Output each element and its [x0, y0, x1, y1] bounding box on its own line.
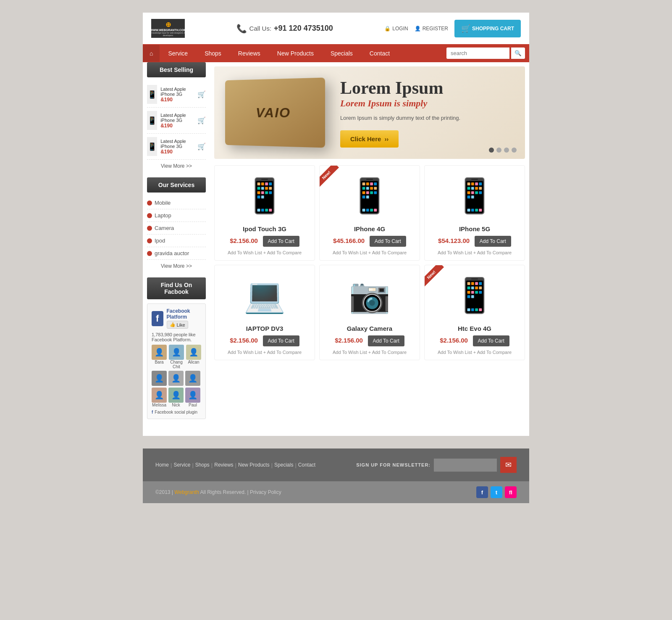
service-item-camera[interactable]: Camera: [147, 222, 206, 235]
avatar: 👤: [185, 388, 200, 403]
login-link[interactable]: 🔒 LOGIN: [384, 26, 408, 32]
brand-link[interactable]: Webgranth: [174, 489, 199, 495]
product-links: Add To Wish List + Add To Compare: [430, 250, 520, 255]
cart-button[interactable]: 🛒 SHOPPING CART: [454, 20, 521, 37]
footer-link-new-products[interactable]: New Products: [238, 462, 270, 468]
avatar-col: 👤 Alican: [186, 345, 201, 369]
avatar-name: Chang Chit: [168, 360, 184, 369]
best-selling-item: 📱 Latest Apple iPhone 3G &190 🛒: [147, 108, 206, 134]
service-label: Laptop: [155, 212, 171, 219]
avatar-col: 👤 Chang Chit: [168, 345, 184, 369]
footer-link-contact[interactable]: Contact: [298, 462, 315, 468]
footer-link-reviews[interactable]: Reviews: [214, 462, 233, 468]
service-label: gravida auctor: [155, 250, 189, 256]
banner-body: Lorem Ipsum is simply dummy text of the …: [340, 114, 517, 122]
search-button[interactable]: 🔍: [511, 47, 525, 59]
product-pricing-row: $2.156.00 Add To Cart: [325, 335, 415, 346]
compare-link[interactable]: + Add To Compare: [263, 250, 302, 255]
service-dot: [147, 251, 152, 256]
product-links: Add To Wish List + Add To Compare: [220, 250, 310, 255]
sidebar: Best Selling 📱 Latest Apple iPhone 3G &1…: [143, 62, 210, 436]
main-content: Best Selling 📱 Latest Apple iPhone 3G &1…: [143, 62, 529, 436]
avatar: 👤: [185, 371, 200, 386]
footer-link-shops[interactable]: Shops: [195, 462, 210, 468]
compare-link[interactable]: + Add To Compare: [368, 250, 407, 255]
nav-shops[interactable]: Shops: [196, 45, 230, 62]
search-input[interactable]: [446, 47, 509, 59]
banner-dots: [489, 148, 517, 153]
nav-contact[interactable]: Contact: [361, 45, 398, 62]
facebook-section: Find Us On Facbook f Facebook Platform 👍…: [147, 277, 206, 419]
facebook-social-icon[interactable]: f: [476, 486, 488, 498]
wish-list-link[interactable]: Add To Wish List: [333, 350, 367, 355]
add-to-cart-button[interactable]: Add To Cart: [263, 335, 299, 346]
product-image: 📷: [325, 270, 415, 321]
wish-list-link[interactable]: Add To Wish List: [228, 350, 262, 355]
service-item-ipod[interactable]: Ipod: [147, 235, 206, 247]
add-to-cart-button[interactable]: Add To Cart: [473, 335, 509, 346]
add-to-cart-button[interactable]: Add To Cart: [263, 236, 299, 247]
facebook-icon-small: f: [152, 410, 153, 414]
service-item-laptop[interactable]: Laptop: [147, 209, 206, 222]
product-card-4: 💻 IAPTOP DV3 $2.156.00 Add To Cart Add T…: [214, 265, 315, 360]
chevron-right-icon: ››: [384, 135, 388, 142]
product-card-6: New! 📱 Htc Evo 4G $2.156.00 Add To Cart …: [424, 265, 525, 360]
banner-cta-button[interactable]: Click Here ››: [340, 130, 399, 148]
product-price: $2.156.00: [335, 337, 363, 344]
footer-link-service[interactable]: Service: [173, 462, 190, 468]
add-to-cart-button[interactable]: Add To Cart: [475, 236, 511, 247]
banner-dot-4[interactable]: [512, 148, 517, 153]
service-item-gravida[interactable]: gravida auctor: [147, 247, 206, 260]
wish-list-link[interactable]: Add To Wish List: [438, 250, 472, 255]
add-to-cart-button[interactable]: Add To Cart: [370, 236, 406, 247]
footer-link-home[interactable]: Home: [155, 462, 169, 468]
add-to-cart-icon[interactable]: 🛒: [197, 116, 206, 124]
best-selling-view-more[interactable]: View More >>: [147, 163, 206, 169]
product-emoji: 📱: [454, 176, 496, 216]
product-price: $54.123.00: [438, 237, 470, 244]
avatar-col: 👤 Nick: [168, 388, 184, 407]
add-to-cart-icon[interactable]: 🛒: [197, 142, 206, 150]
product-price: &190: [160, 149, 194, 155]
twitter-social-icon[interactable]: t: [491, 486, 502, 498]
footer-bottom: ©2013 | Webgranth All Rights Reserved. |…: [143, 481, 529, 503]
compare-link[interactable]: + Add To Compare: [473, 350, 512, 355]
service-item-mobile[interactable]: Mobile: [147, 197, 206, 209]
banner-dot-1[interactable]: [489, 148, 494, 153]
wish-list-link[interactable]: Add To Wish List: [333, 250, 367, 255]
add-to-cart-icon[interactable]: 🛒: [197, 90, 206, 98]
product-emoji: 📷: [349, 276, 391, 315]
compare-link[interactable]: + Add To Compare: [473, 250, 512, 255]
flickr-social-icon[interactable]: fl: [505, 486, 517, 498]
product-name: Htc Evo 4G: [430, 325, 520, 332]
compare-link[interactable]: + Add To Compare: [263, 350, 302, 355]
newsletter-input[interactable]: [434, 459, 497, 472]
wish-list-link[interactable]: Add To Wish List: [228, 250, 262, 255]
fb-page-info: Facebook Platform 👍 Like: [167, 308, 202, 329]
nav-reviews[interactable]: Reviews: [230, 45, 269, 62]
banner-dot-3[interactable]: [504, 148, 509, 153]
product-price: $2.156.00: [440, 337, 468, 344]
service-label: Ipod: [155, 237, 165, 244]
compare-link[interactable]: + Add To Compare: [368, 350, 407, 355]
avatar-name: Melissa: [152, 403, 166, 407]
wish-list-link[interactable]: Add To Wish List: [438, 350, 472, 355]
nav-specials[interactable]: Specials: [322, 45, 361, 62]
best-selling-section: Best Selling 📱 Latest Apple iPhone 3G &1…: [147, 62, 206, 169]
nav-service[interactable]: Service: [160, 45, 196, 62]
register-link[interactable]: 👤 REGISTER: [415, 26, 448, 32]
services-view-more[interactable]: View More >>: [147, 263, 206, 269]
fb-like-button[interactable]: 👍 Like: [167, 321, 188, 329]
footer-link-specials[interactable]: Specials: [274, 462, 293, 468]
service-dot: [147, 201, 152, 206]
nav-new-products[interactable]: New Products: [269, 45, 322, 62]
fb-like-count: 1,783,980 people like Facebook Platform.: [152, 332, 201, 342]
nav-home[interactable]: ⌂: [143, 45, 160, 62]
add-to-cart-button[interactable]: Add To Cart: [368, 335, 404, 346]
fb-header: f Facebook Platform 👍 Like: [152, 308, 201, 329]
avatar: 👤: [152, 388, 167, 403]
avatar-name: Nick: [172, 403, 180, 407]
product-image: 📱: [430, 171, 520, 221]
newsletter-submit[interactable]: ✉: [500, 457, 517, 473]
banner-dot-2[interactable]: [496, 148, 501, 153]
